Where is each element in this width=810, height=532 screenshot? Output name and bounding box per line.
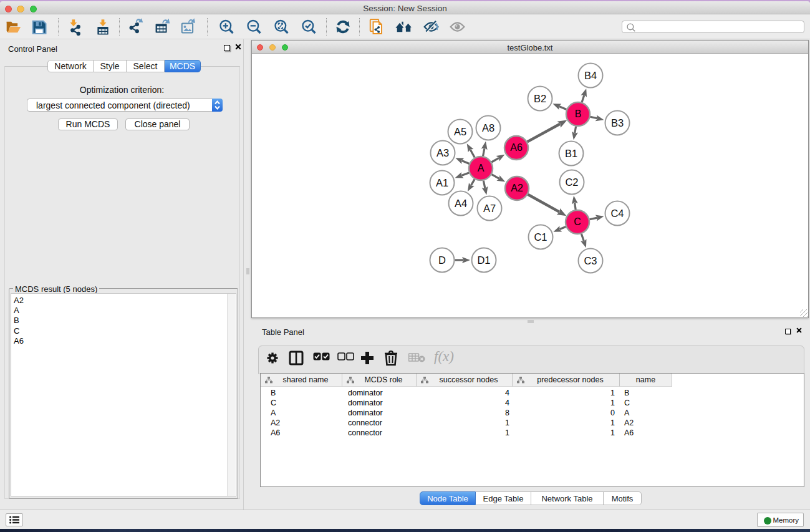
svg-text:C: C: [574, 216, 581, 227]
svg-text:B2: B2: [534, 93, 546, 104]
svg-text:A1: A1: [436, 177, 448, 188]
svg-text:C4: C4: [610, 208, 624, 219]
svg-text:A5: A5: [454, 126, 466, 137]
svg-text:C1: C1: [534, 231, 547, 243]
svg-text:C2: C2: [565, 177, 578, 188]
svg-text:A8: A8: [482, 122, 494, 133]
svg-text:B: B: [575, 109, 582, 119]
svg-text:A7: A7: [483, 203, 496, 214]
svg-text:A2: A2: [511, 183, 523, 193]
svg-text:A3: A3: [436, 147, 449, 158]
svg-text:C3: C3: [584, 255, 597, 266]
svg-text:A4: A4: [455, 198, 467, 209]
svg-text:B4: B4: [584, 70, 597, 81]
svg-text:A: A: [478, 163, 485, 173]
svg-text:B1: B1: [565, 148, 577, 159]
svg-text:A6: A6: [510, 142, 523, 153]
svg-text:B3: B3: [611, 117, 624, 128]
svg-text:D1: D1: [477, 254, 490, 266]
svg-text:D: D: [438, 254, 446, 266]
